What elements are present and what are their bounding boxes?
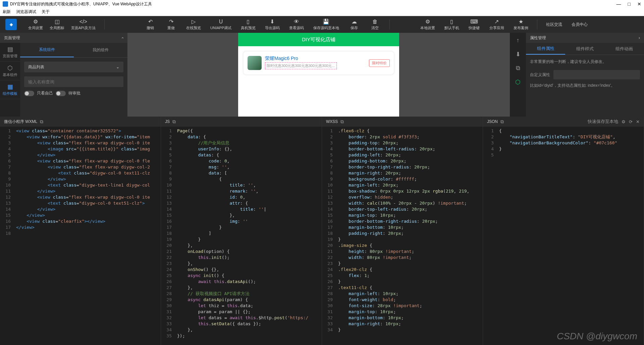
copy-icon[interactable]: ⧉ [172,119,176,125]
uniapp-icon: U [218,19,224,25]
wxss-panel: WXSS ⧉ 123456789101112131415161718192021… [322,117,483,345]
gutter: 123456789101112131415161718 [0,127,13,345]
component-search-input[interactable] [24,76,123,87]
menu-browser-debug[interactable]: 浏览器调试 [16,9,36,15]
move-up-icon[interactable]: ↑ [517,37,520,44]
wxml-code[interactable]: <view class="container container325572">… [13,127,161,345]
refresh-icon[interactable]: ⟳ [629,119,633,124]
window-controls: — □ ✕ [616,1,641,7]
clear-button[interactable]: 🗑清空 [366,17,384,32]
code-icon: </> [80,19,86,25]
product-badge: 限时特价 [369,59,390,67]
chevron-left-icon: ‹ [120,37,125,39]
trash-icon: 🗑 [372,19,378,25]
copy-icon[interactable]: ⧉ [340,119,344,125]
star-icon: ★ [518,19,524,25]
side-tab-templates[interactable]: ▦组件模板 [0,80,20,99]
uniapp-debug-button[interactable]: UUNIAPP调试 [207,17,235,32]
device-preview-button[interactable]: ▯真机预览 [237,17,259,32]
download-icon[interactable]: ⬇ [516,51,521,58]
right-icon-bar: ↑ ⬇ ⧉ ⬡ [510,33,526,117]
keyboard-icon: ⌨ [471,19,477,25]
side-content: 系统组件 我的组件 商品列表 ⌄ 只看自己 待审批 [20,43,127,117]
tab-component-animation[interactable]: 组件动画 [605,43,644,55]
copy-icon[interactable]: ⧉ [516,65,520,72]
side-tab-components[interactable]: ⬡基本组件 [0,62,20,80]
dropdown-label: 商品列表 [28,64,44,70]
title-bar: DIY官网专注做好的拖拽式可视化微信小程序、UNIAPP、Vue WebApp设… [0,0,644,8]
right-panel: ↑ ⬇ ⧉ ⬡ 属性管理 › 组件属性 组件样式 组件动画 非常重要的唯一判断，… [510,33,644,117]
undo-button[interactable]: ↶撤销 [141,17,159,32]
product-card[interactable]: 荣耀Magic6 Pro 限时优惠300元惠300元惠300元惠300元... … [243,51,394,75]
custom-attr-label: 自定义属性 [530,72,550,78]
category-dropdown[interactable]: 商品列表 ⌄ [24,62,123,72]
menu-refresh[interactable]: 刷新 [3,9,11,15]
phone-icon: ▯ [449,19,455,25]
wxml-title: 微信小程序 WXML [4,119,37,125]
page-manage-header[interactable]: 页面管理 ‹ [0,33,127,43]
pending-label: 待审批 [68,90,80,96]
side-tab-pages[interactable]: ▤页面管理 [0,43,20,62]
tab-component-styles[interactable]: 组件样式 [565,43,604,55]
tab-my-components[interactable]: 我的组件 [74,43,127,57]
phone-preview: DIY可视化店铺 荣耀Magic6 Pro 限时优惠300元惠300元惠300元… [238,33,399,117]
close-icon[interactable]: ✕ [636,119,640,124]
template-icon: ▦ [7,83,13,90]
share-app-button[interactable]: ↗分享应用 [486,17,507,32]
default-phone-button[interactable]: ▯默认手机 [441,17,463,32]
property-title: 属性管理 [530,35,546,41]
main-area: 页面管理 ‹ ▤页面管理 ⬡基本组件 ▦组件模板 系统组件 我的组件 商品列表 [0,33,644,117]
close-button[interactable]: ✕ [637,1,641,7]
view-source-button[interactable]: 👁查看源码 [286,17,307,32]
redo-button[interactable]: ↷重做 [162,17,180,32]
pending-toggle[interactable] [56,91,66,96]
canvas-area[interactable]: DIY可视化店铺 荣耀Magic6 Pro 限时优惠300元惠300元惠300元… [127,33,510,117]
gear-icon[interactable]: ⚙ [622,119,626,124]
minimize-button[interactable]: — [616,1,621,7]
eye-icon: 👁 [293,19,300,25]
json-code[interactable]: { "navigationBarTitleText": "DIY可视化店铺", … [496,127,644,345]
member-link[interactable]: 会员中心 [568,22,591,27]
global-settings-button[interactable]: ⚙全局设置 [25,17,46,32]
copy-icon[interactable]: ⧉ [40,119,43,125]
phone-icon: ▯ [245,19,251,25]
js-title: JS [165,119,170,124]
main-toolbar: ◈ ⚙全局设置 ◫全局图标 </>页面API及方法 ↶撤销 ↷重做 ▷在线预览 … [0,16,644,33]
puzzle-icon[interactable]: ⬡ [515,78,521,86]
gear-icon: ⚙ [425,19,431,25]
custom-attr-input[interactable] [553,70,640,79]
shortcuts-button[interactable]: ⌨快捷键 [465,17,483,32]
online-preview-button[interactable]: ▷在线预览 [183,17,204,32]
json-panel: JSON ⧉ 快速保存至本地 ⚙ ⟳ ✕ 12345 { "navigation… [483,117,644,345]
layout-icon: ▤ [7,46,13,53]
page-api-button[interactable]: </>页面API及方法 [68,17,99,32]
tab-component-props[interactable]: 组件属性 [526,43,565,55]
tab-system-components[interactable]: 系统组件 [20,43,74,57]
property-header[interactable]: 属性管理 › [526,33,644,43]
gutter: 1234567891011121314151617181920212223242… [161,127,174,345]
preview-nav-bar: DIY可视化店铺 [238,33,399,46]
prop-hint-1: 非常重要的唯一判断，建议专业人员修改。 [530,59,640,65]
js-code[interactable]: Page({ data: { //用户全局信息 userInfo: {}, da… [174,127,322,345]
export-source-button[interactable]: ⬇导出源码 [262,17,283,32]
save-button[interactable]: ☁保存 [345,17,363,32]
wxss-code[interactable]: .flex6-clz { border: 2rpx solid #f3f3f3;… [335,127,483,345]
only-mine-toggle[interactable] [24,91,34,96]
logo-icon: ◈ [5,19,17,30]
app-icon [3,1,8,7]
maximize-button[interactable]: □ [628,1,631,7]
copy-icon[interactable]: ⧉ [500,119,504,125]
local-settings-button[interactable]: ⚙本地设置 [417,17,438,32]
code-area: 微信小程序 WXML ⧉ 123456789101112131415161718… [0,117,644,345]
page-manage-title: 页面管理 [4,35,20,41]
wxml-panel: 微信小程序 WXML ⧉ 123456789101112131415161718… [0,117,161,345]
quick-save-label[interactable]: 快速保存至本地 [588,119,618,125]
publish-case-button[interactable]: ★发布案例 [510,17,532,32]
play-icon: ▷ [191,19,197,25]
community-link[interactable]: 社区交流 [543,22,566,27]
global-icons-button[interactable]: ◫全局图标 [46,17,68,32]
json-title: JSON [487,119,498,124]
chevron-right-icon: › [639,36,640,40]
save-local-button[interactable]: 💾保存源码至本地 [310,17,342,32]
menu-about[interactable]: 关于 [42,9,50,15]
